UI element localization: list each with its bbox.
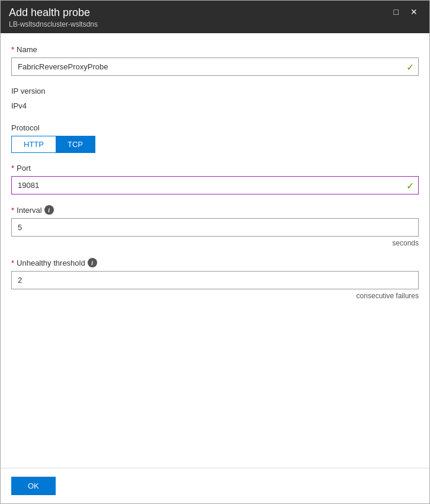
unhealthy-threshold-required-star: * (11, 259, 14, 267)
interval-hint: seconds (11, 239, 419, 247)
unhealthy-threshold-input-wrapper (11, 271, 419, 289)
interval-label: * Interval i (11, 205, 419, 215)
window-subtitle: LB-wsltsdnscluster-wsltsdns (9, 20, 98, 28)
port-label-text: Port (17, 164, 31, 173)
ip-version-label-text: IP version (11, 87, 46, 95)
name-input[interactable] (11, 58, 419, 76)
protocol-label: Protocol (11, 123, 419, 132)
port-input-wrapper: ✓ (11, 176, 419, 194)
protocol-toggle: HTTP TCP (11, 136, 95, 153)
port-required-star: * (11, 164, 14, 173)
unhealthy-threshold-input[interactable] (11, 271, 419, 289)
name-check-icon: ✓ (406, 61, 414, 72)
name-input-wrapper: ✓ (11, 58, 419, 76)
close-button[interactable]: ✕ (407, 7, 421, 17)
ip-version-value: IPv4 (11, 99, 419, 113)
interval-input[interactable] (11, 218, 419, 237)
unhealthy-threshold-field-group: * Unhealthy threshold i consecutive fail… (11, 258, 419, 300)
name-label-text: Name (17, 45, 37, 54)
unhealthy-threshold-hint: consecutive failures (11, 292, 419, 300)
unhealthy-threshold-label: * Unhealthy threshold i (11, 258, 419, 267)
name-field-group: * Name ✓ (11, 45, 419, 76)
unhealthy-threshold-info-icon[interactable]: i (88, 258, 97, 267)
protocol-http-button[interactable]: HTTP (12, 136, 56, 152)
form-content: * Name ✓ IP version IPv4 Protocol HTTP T… (1, 33, 429, 468)
name-required-star: * (11, 45, 14, 54)
title-bar-left: Add health probe LB-wsltsdnscluster-wslt… (9, 7, 98, 28)
port-check-icon: ✓ (406, 180, 414, 191)
protocol-tcp-button[interactable]: TCP (56, 136, 95, 152)
name-label: * Name (11, 45, 419, 54)
interval-input-wrapper (11, 218, 419, 237)
ok-button[interactable]: OK (11, 477, 56, 495)
window-title: Add health probe (9, 7, 98, 19)
protocol-label-text: Protocol (11, 123, 40, 132)
port-label: * Port (11, 164, 419, 173)
interval-label-text: Interval (17, 206, 42, 215)
unhealthy-threshold-label-text: Unhealthy threshold (17, 259, 85, 267)
port-input[interactable] (11, 176, 419, 194)
footer: OK (1, 468, 429, 503)
add-health-probe-window: Add health probe LB-wsltsdnscluster-wslt… (0, 0, 430, 504)
ip-version-label: IP version (11, 87, 419, 95)
port-field-group: * Port ✓ (11, 164, 419, 194)
title-bar: Add health probe LB-wsltsdnscluster-wslt… (1, 1, 429, 33)
ip-version-field-group: IP version IPv4 (11, 87, 419, 113)
minimize-button[interactable]: □ (390, 7, 402, 17)
interval-required-star: * (11, 206, 14, 215)
protocol-field-group: Protocol HTTP TCP (11, 123, 419, 153)
interval-field-group: * Interval i seconds (11, 205, 419, 247)
title-bar-controls: □ ✕ (390, 7, 421, 17)
interval-info-icon[interactable]: i (44, 205, 54, 215)
